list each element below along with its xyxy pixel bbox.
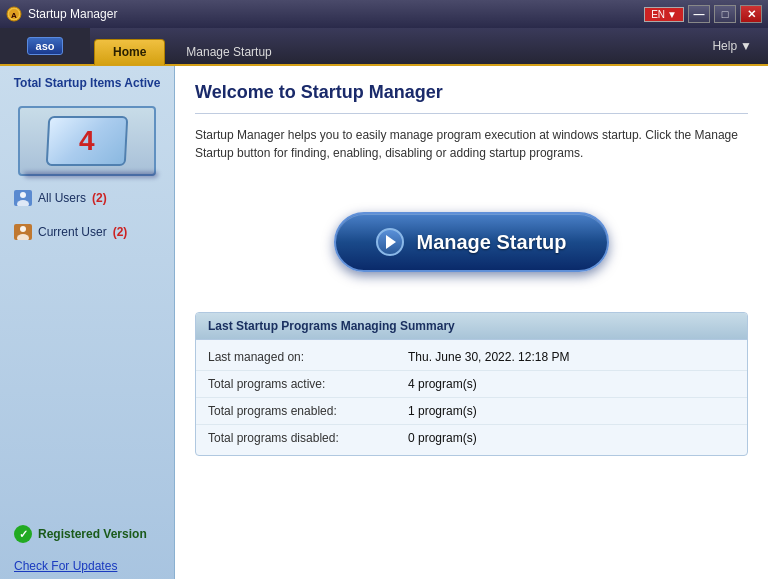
- counter-shadow: [24, 172, 158, 178]
- counter-box: 4: [18, 106, 156, 176]
- registered-check-icon: ✓: [14, 525, 32, 543]
- sidebar: Total Startup Items Active 4 All Users (…: [0, 66, 175, 579]
- summary-label-0: Last managed on:: [208, 350, 408, 364]
- summary-label-1: Total programs active:: [208, 377, 408, 391]
- sidebar-title: Total Startup Items Active: [8, 76, 166, 90]
- window-title: Startup Manager: [28, 7, 117, 21]
- minimize-button[interactable]: —: [688, 5, 710, 23]
- manage-startup-section: Manage Startup: [195, 182, 748, 312]
- summary-row-0: Last managed on: Thu. June 30, 2022. 12:…: [196, 344, 747, 371]
- summary-row-2: Total programs enabled: 1 program(s): [196, 398, 747, 425]
- summary-table: Last managed on: Thu. June 30, 2022. 12:…: [196, 340, 747, 455]
- manage-startup-button[interactable]: Manage Startup: [334, 212, 608, 272]
- language-selector[interactable]: EN ▼: [644, 7, 684, 22]
- check-updates-link[interactable]: Check For Updates: [8, 557, 166, 575]
- page-title: Welcome to Startup Manager: [195, 82, 748, 103]
- title-bar-controls: EN ▼ — □ ✕: [644, 5, 762, 23]
- sidebar-item-all-users[interactable]: All Users (2): [8, 186, 166, 210]
- app-brand: aso: [27, 37, 64, 55]
- summary-box: Last Startup Programs Managing Summary L…: [195, 312, 748, 456]
- registered-label: Registered Version: [38, 527, 147, 541]
- current-user-label: Current User: [38, 225, 107, 239]
- play-icon: [376, 228, 404, 256]
- tab-home[interactable]: Home: [94, 39, 165, 65]
- summary-header: Last Startup Programs Managing Summary: [196, 313, 747, 340]
- current-user-count: (2): [113, 225, 128, 239]
- summary-row-1: Total programs active: 4 program(s): [196, 371, 747, 398]
- tab-manage-startup[interactable]: Manage Startup: [167, 39, 290, 64]
- content-area: Welcome to Startup Manager Startup Manag…: [175, 66, 768, 579]
- all-users-label: All Users: [38, 191, 86, 205]
- manage-startup-btn-label: Manage Startup: [416, 231, 566, 254]
- user-svg-icon: [14, 224, 32, 240]
- summary-label-3: Total programs disabled:: [208, 431, 408, 445]
- all-users-icon: [14, 189, 32, 207]
- sidebar-spacer: [8, 254, 166, 511]
- nav-tabs: Home Manage Startup: [90, 28, 295, 64]
- summary-value-3: 0 program(s): [408, 431, 477, 445]
- summary-value-1: 4 program(s): [408, 377, 477, 391]
- registered-badge: ✓ Registered Version: [8, 521, 166, 547]
- summary-label-2: Total programs enabled:: [208, 404, 408, 418]
- maximize-button[interactable]: □: [714, 5, 736, 23]
- content-description: Startup Manager helps you to easily mana…: [195, 126, 748, 162]
- svg-text:A: A: [11, 11, 17, 20]
- title-bar-left: A Startup Manager: [6, 6, 117, 22]
- app-icon: A: [6, 6, 22, 22]
- summary-value-2: 1 program(s): [408, 404, 477, 418]
- summary-value-0: Thu. June 30, 2022. 12:18 PM: [408, 350, 569, 364]
- play-triangle-icon: [386, 235, 396, 249]
- current-user-icon: [14, 223, 32, 241]
- all-users-count: (2): [92, 191, 107, 205]
- counter-inner: 4: [46, 116, 129, 166]
- svg-point-4: [20, 192, 26, 198]
- summary-row-3: Total programs disabled: 0 program(s): [196, 425, 747, 451]
- sidebar-item-current-user[interactable]: Current User (2): [8, 220, 166, 244]
- title-divider: [195, 113, 748, 114]
- nav-logo: aso: [0, 28, 90, 64]
- svg-point-7: [20, 226, 26, 232]
- title-bar: A Startup Manager EN ▼ — □ ✕: [0, 0, 768, 28]
- main-container: Total Startup Items Active 4 All Users (…: [0, 66, 768, 579]
- users-svg-icon: [14, 190, 32, 206]
- help-button[interactable]: Help ▼: [696, 28, 768, 64]
- startup-count: 4: [79, 125, 95, 157]
- nav-bar: aso Home Manage Startup Help ▼: [0, 28, 768, 66]
- close-button[interactable]: ✕: [740, 5, 762, 23]
